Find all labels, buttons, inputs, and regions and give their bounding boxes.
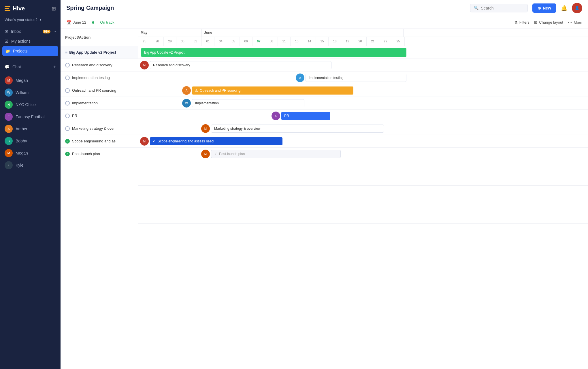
sidebar-item-amber[interactable]: A Amber	[0, 123, 61, 135]
grid-icon[interactable]: ⊞	[52, 5, 56, 12]
sidebar-item-label: My actions	[11, 39, 31, 44]
sidebar-item-label: Chat	[12, 65, 21, 69]
sidebar-item-fantasy-football[interactable]: F Fantasy Football	[0, 111, 61, 123]
day-cell: 21	[367, 37, 379, 46]
table-row[interactable]: Outreach and PR sourcing	[61, 84, 138, 97]
avatar: A	[182, 86, 191, 95]
sidebar-item-megan2[interactable]: M Megan	[0, 147, 61, 159]
plus-icon[interactable]: +	[53, 64, 56, 69]
avatar: W	[182, 99, 191, 108]
task-checkbox[interactable]	[65, 76, 70, 80]
table-row[interactable]: Implementation	[61, 97, 138, 110]
search-input[interactable]	[481, 6, 521, 10]
sidebar-item-nyc-office[interactable]: N NYC Office	[0, 99, 61, 111]
day-cell: 31	[189, 37, 202, 46]
current-date: June 12	[73, 20, 86, 25]
day-cell: 13	[291, 37, 303, 46]
gantt-bar-3[interactable]: Implementation	[192, 99, 304, 107]
on-track-dot	[92, 21, 94, 24]
sidebar: Hive ⊞ What's your status? ▾ ✉ Inbox 99+…	[0, 0, 61, 369]
table-row[interactable]: ✓ Post-launch plan	[61, 148, 138, 160]
user-name: Megan	[16, 151, 28, 155]
sidebar-item-my-actions[interactable]: ☑ My actions	[0, 36, 61, 46]
today-line	[247, 46, 247, 224]
day-cell: 11	[278, 37, 291, 46]
day-cell: 30	[176, 37, 189, 46]
task-checkbox[interactable]	[65, 88, 70, 93]
sidebar-item-inbox[interactable]: ✉ Inbox 99+ ▾	[0, 27, 61, 36]
avatar: M	[201, 124, 210, 133]
task-checkbox-completed[interactable]: ✓	[65, 152, 70, 156]
layout-icon: ⊞	[534, 20, 537, 25]
status-text: What's your status?	[5, 18, 37, 22]
task-label: Outreach and PR sourcing	[72, 88, 116, 93]
status-bar[interactable]: What's your status? ▾	[0, 15, 61, 24]
table-row[interactable]: Marketing strategy & over	[61, 122, 138, 135]
task-checkbox[interactable]	[65, 101, 70, 106]
gantt-bar-2[interactable]: ⚠ Outreach and PR sourcing	[192, 86, 353, 95]
day-cell: 19	[341, 37, 354, 46]
bar-label: Outreach and PR sourcing	[200, 89, 240, 93]
page-title: Spring Campaign	[66, 5, 465, 11]
sidebar-item-kyle[interactable]: K Kyle	[0, 159, 61, 171]
new-button[interactable]: ⊕ New	[532, 3, 556, 13]
filters-button[interactable]: ⚗ Filters	[514, 20, 529, 25]
task-checkbox-completed[interactable]: ✓	[65, 139, 70, 144]
chevron-down-icon: ▾	[40, 18, 41, 21]
more-button[interactable]: ⋯ More	[568, 20, 582, 25]
sidebar-item-chat[interactable]: 💬 Chat +	[0, 62, 61, 72]
day-cell: 29	[164, 37, 176, 46]
gantt-bar-0[interactable]: Research and discovery	[150, 61, 331, 69]
task-label: Scope engineering and as	[72, 139, 116, 143]
table-row[interactable]: Implementation testing	[61, 71, 138, 84]
table-row[interactable]: PR	[61, 110, 138, 122]
sidebar-item-megan[interactable]: M Megan	[0, 74, 61, 86]
gantt-bar-7[interactable]: ✓ Post-launch plan	[211, 150, 341, 158]
task-checkbox[interactable]	[65, 63, 70, 67]
gantt-bar-5[interactable]: Marketing strategy & overview	[211, 125, 384, 133]
task-label: Implementation testing	[72, 76, 110, 80]
sidebar-item-william[interactable]: W William	[0, 86, 61, 99]
check-icon: ✓	[214, 152, 217, 156]
avatar: K	[5, 161, 13, 169]
day-cell: 01	[202, 37, 214, 46]
avatar: K	[272, 112, 280, 120]
day-cell-today: 07	[252, 37, 265, 46]
day-cell: 14	[303, 37, 316, 46]
gantt-bar-6[interactable]: ✓ Scope engineering and assess need	[150, 137, 282, 145]
gantt-bar-4[interactable]: PR	[281, 112, 330, 120]
bar-label: PR	[284, 114, 289, 118]
notification-bell-icon[interactable]: 🔔	[561, 5, 567, 11]
gantt-bar-row-0: M Research and discovery	[138, 59, 588, 71]
sidebar-item-bobby[interactable]: B Bobby	[0, 135, 61, 147]
gantt-container[interactable]: Project/Action ≡ Big App Update v2 Proje…	[61, 29, 588, 369]
gantt-bar-1[interactable]: Implementation testing	[306, 74, 406, 82]
table-row[interactable]: Research and discovery	[61, 59, 138, 71]
change-layout-button[interactable]: ⊞ Change layout	[534, 20, 563, 25]
month-cell-may: May	[138, 29, 202, 37]
chat-icon: 💬	[5, 65, 10, 69]
task-label: Research and discovery	[72, 63, 112, 67]
user-name: Megan	[16, 78, 28, 83]
gantt-bar-project[interactable]: Big App Update v2 Project	[141, 48, 406, 57]
check-icon: ✓	[153, 139, 156, 143]
sidebar-nav: ✉ Inbox 99+ ▾ ☑ My actions 📁 Projects	[0, 24, 61, 58]
task-checkbox[interactable]	[65, 114, 70, 118]
avatar: A	[5, 125, 13, 133]
table-row[interactable]: ✓ Scope engineering and as	[61, 135, 138, 148]
gantt-header-timeline: May June 25 28 29 30 31 01 04 05 06 07	[138, 29, 588, 46]
search-bar[interactable]: 🔍	[470, 4, 528, 12]
gantt-column-header: Project/Action	[61, 29, 138, 46]
task-checkbox[interactable]	[65, 126, 70, 131]
gantt-bar-row-empty	[138, 160, 588, 173]
project-name: Big App Update v2 Project	[69, 50, 116, 54]
avatar: M	[201, 150, 210, 158]
gantt-project-row[interactable]: ≡ Big App Update v2 Project	[61, 46, 138, 59]
sidebar-item-label: Projects	[13, 49, 28, 53]
gantt-bar-row-empty	[138, 198, 588, 211]
plus-icon: ⊕	[538, 6, 541, 10]
search-icon: 🔍	[474, 6, 478, 10]
sidebar-item-projects[interactable]: 📁 Projects	[2, 46, 58, 56]
avatar: M	[140, 137, 149, 146]
user-avatar[interactable]: 👤	[572, 3, 582, 13]
